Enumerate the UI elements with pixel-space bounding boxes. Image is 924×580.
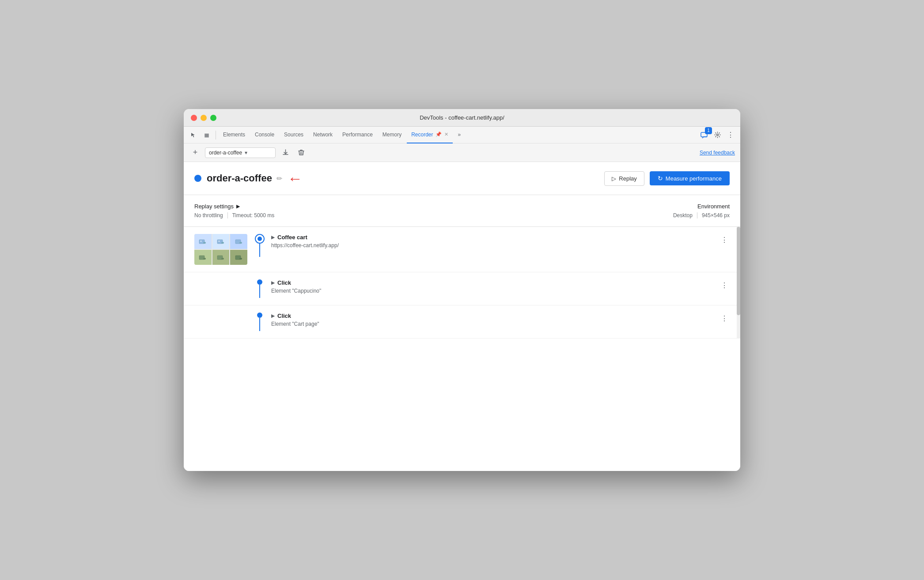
traffic-lights [191, 115, 216, 121]
timeline-col-3 [254, 313, 265, 331]
play-icon: ▷ [612, 175, 616, 182]
step-3-dot [257, 313, 262, 318]
step-1-thumbnail [194, 234, 247, 265]
settings-section: Replay settings ▶ No throttling Timeout:… [184, 195, 740, 227]
svg-rect-10 [218, 241, 220, 242]
step-2-action[interactable]: ▶ Click [271, 279, 719, 286]
replay-button[interactable]: ▷ Replay [604, 171, 644, 186]
thumb-cell-3 [230, 234, 247, 249]
header-actions: ▷ Replay ↻ Measure performance [604, 171, 730, 186]
step-1-content: ▶ Coffee cart https://coffee-cart.netlif… [271, 234, 719, 249]
step-2-detail: Element "Cappucino" [271, 288, 719, 294]
step-3: ▶ Click Element "Cart page" ⋮ [184, 305, 740, 339]
cursor-icon[interactable] [187, 129, 200, 141]
step-1-action[interactable]: ▶ Coffee cart [271, 234, 719, 241]
step-1-circle [255, 234, 265, 244]
add-recording-button[interactable]: + [189, 147, 201, 159]
tab-network[interactable]: Network [309, 127, 337, 143]
tab-memory[interactable]: Memory [378, 127, 406, 143]
svg-point-12 [239, 242, 242, 244]
tab-recorder[interactable]: Recorder 📌 ✕ [407, 127, 452, 143]
recording-header: order-a-coffee ✏ ← ▷ Replay ↻ Measure pe… [184, 162, 740, 195]
tab-more[interactable]: » [454, 127, 466, 143]
timeline-col-2 [254, 279, 265, 298]
svg-rect-0 [204, 134, 209, 135]
step-2: ▶ Click Element "Cappucino" ⋮ [184, 272, 740, 305]
recorder-close-icon[interactable]: ✕ [444, 132, 448, 137]
svg-rect-1 [204, 135, 209, 136]
step-1-circle-inner [258, 237, 262, 241]
svg-point-14 [203, 258, 206, 260]
step-2-menu[interactable]: ⋮ [719, 279, 730, 291]
scrollbar[interactable] [737, 227, 740, 339]
recorder-pin-icon: 📌 [435, 132, 442, 137]
settings-chevron-icon: ▶ [236, 203, 240, 209]
settings-left: Replay settings ▶ No throttling Timeout:… [194, 203, 274, 218]
recording-dot [194, 175, 201, 182]
environment-title: Environment [673, 203, 730, 210]
step-2-content: ▶ Click Element "Cappucino" [271, 279, 719, 294]
step-1-detail: https://coffee-cart.netlify.app/ [271, 242, 719, 249]
settings-icon[interactable] [711, 129, 723, 141]
thumb-cell-5 [212, 250, 230, 265]
recording-title: order-a-coffee [207, 173, 272, 184]
step-3-chevron: ▶ [271, 313, 275, 318]
main-toolbar: Elements Console Sources Network Perform… [184, 127, 740, 143]
layers-icon[interactable] [201, 129, 213, 141]
recording-selector[interactable]: order-a-coffee ▾ [205, 147, 276, 158]
steps-container: ▶ Coffee cart https://coffee-cart.netlif… [184, 227, 740, 339]
chevron-down-icon: ▾ [245, 150, 247, 156]
step-2-chevron: ▶ [271, 280, 275, 285]
tab-performance[interactable]: Performance [338, 127, 377, 143]
step-3-action[interactable]: ▶ Click [271, 313, 719, 319]
thumb-cell-1 [194, 234, 212, 249]
close-button[interactable] [191, 115, 197, 121]
env-divider [697, 212, 697, 218]
thumb-cell-2 [212, 234, 230, 249]
step-1: ▶ Coffee cart https://coffee-cart.netlif… [184, 227, 740, 272]
measure-performance-button[interactable]: ↻ Measure performance [650, 171, 730, 185]
title-bar: DevTools - coffee-cart.netlify.app/ [184, 109, 740, 127]
scrollbar-thumb[interactable] [737, 227, 740, 315]
red-arrow-annotation: ← [288, 171, 303, 186]
recording-name: order-a-coffee [209, 150, 242, 156]
delete-icon[interactable] [295, 147, 307, 159]
measure-icon: ↻ [658, 175, 663, 182]
svg-rect-7 [200, 241, 202, 242]
devtools-window: DevTools - coffee-cart.netlify.app/ Elem… [184, 109, 740, 471]
thumb-cell-4 [194, 250, 212, 265]
send-feedback-link[interactable]: Send feedback [700, 150, 735, 156]
minimize-button[interactable] [201, 115, 207, 121]
thumb-cell-6 [230, 250, 247, 265]
svg-point-6 [203, 242, 206, 244]
more-tabs-icon: » [458, 132, 461, 138]
tab-elements[interactable]: Elements [219, 127, 250, 143]
svg-point-9 [221, 242, 224, 244]
main-content: order-a-coffee ✏ ← ▷ Replay ↻ Measure pe… [184, 162, 740, 471]
tab-console[interactable]: Console [250, 127, 279, 143]
maximize-button[interactable] [210, 115, 216, 121]
step-3-menu[interactable]: ⋮ [719, 313, 730, 324]
svg-point-18 [239, 258, 242, 260]
step-1-menu[interactable]: ⋮ [719, 234, 730, 246]
environment-subtitle: Desktop 945×546 px [673, 212, 730, 218]
timeline-col-1 [254, 234, 265, 257]
export-icon[interactable] [279, 147, 292, 159]
step-2-dot [257, 279, 262, 285]
notification-badge: 1 [705, 127, 712, 134]
step-1-chevron: ▶ [271, 235, 275, 240]
timeline-line-1 [259, 244, 260, 257]
settings-right: Environment Desktop 945×546 px [673, 203, 730, 218]
svg-point-16 [221, 258, 224, 260]
step-3-detail: Element "Cart page" [271, 321, 719, 327]
edit-title-icon[interactable]: ✏ [276, 174, 282, 183]
settings-divider [227, 212, 228, 218]
timeline-line-3 [259, 318, 260, 331]
timeline-line-2 [259, 285, 260, 298]
toolbar-divider-1 [216, 131, 216, 139]
replay-settings-title[interactable]: Replay settings ▶ [194, 203, 274, 210]
tab-sources[interactable]: Sources [280, 127, 308, 143]
more-options-icon[interactable]: ⋮ [724, 129, 737, 141]
chat-button[interactable]: 1 [698, 129, 710, 141]
window-title: DevTools - coffee-cart.netlify.app/ [420, 114, 504, 121]
